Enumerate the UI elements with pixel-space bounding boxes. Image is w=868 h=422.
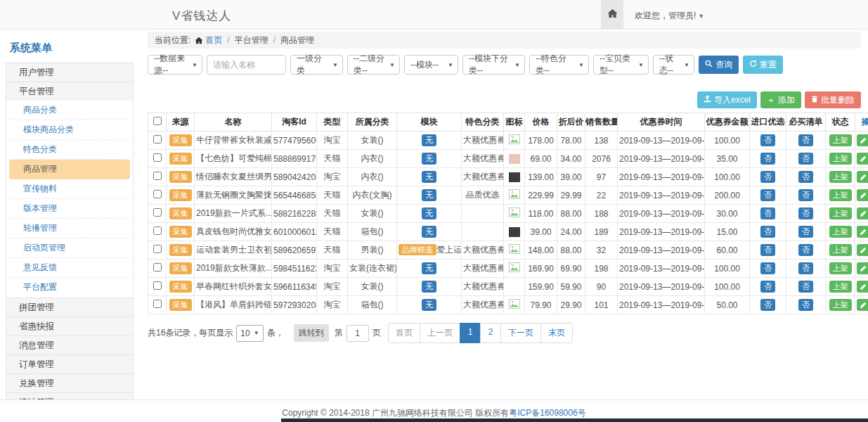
status-badge[interactable]: 上架 (829, 207, 852, 219)
name-search-input[interactable] (207, 55, 286, 75)
breadcrumb-item: 商品管理 (280, 34, 314, 46)
filter-select-2[interactable]: 一级分类▼ (290, 55, 343, 75)
add-button[interactable]: ＋ 添加 (760, 91, 801, 108)
must-buy-badge[interactable]: 否 (798, 207, 813, 219)
batch-delete-button[interactable]: 批量删除 (805, 91, 861, 108)
status-badge[interactable]: 上架 (829, 189, 852, 200)
filter-select-7[interactable]: --宝贝类型--▼ (593, 55, 649, 75)
filter-select-6[interactable]: --特色分类--▼ (529, 55, 589, 75)
import-select-badge[interactable]: 否 (760, 262, 775, 274)
edit-button[interactable] (857, 134, 868, 146)
image-placeholder-icon (509, 210, 520, 219)
must-buy-badge[interactable]: 否 (798, 226, 813, 237)
sidebar-group-平台管理[interactable]: 平台管理 (6, 82, 134, 101)
row-checkbox[interactable] (153, 208, 162, 217)
must-buy-badge[interactable]: 否 (798, 262, 813, 274)
user-menu[interactable]: 欢迎您，管理员!▼ (635, 10, 704, 22)
jump-to-button[interactable]: 跳转到 (294, 324, 329, 342)
status-badge[interactable]: 上架 (829, 226, 852, 237)
main-content: 当前位置: 首页 / 平台管理 / 商品管理 --数据来源--▼一级分类▼--二… (148, 32, 861, 343)
import-select-badge[interactable]: 否 (760, 281, 775, 292)
edit-button[interactable] (857, 171, 868, 183)
edit-button[interactable] (857, 226, 868, 238)
edit-button[interactable] (857, 281, 868, 293)
filter-select-1[interactable]: --数据来源--▼ (148, 55, 202, 75)
sidebar-group-拼团管理[interactable]: 拼团管理 (6, 298, 134, 317)
edit-button[interactable] (857, 189, 868, 201)
sidebar-item-轮播管理[interactable]: 轮播管理 (9, 219, 130, 238)
status-badge[interactable]: 上架 (829, 244, 852, 255)
sidebar-item-商品管理[interactable]: 商品管理 (9, 160, 130, 179)
row-checkbox[interactable] (153, 263, 162, 271)
row-checkbox[interactable] (153, 300, 162, 308)
row-checkbox[interactable] (153, 172, 162, 180)
row-checkbox[interactable] (153, 245, 162, 253)
row-checkbox[interactable] (153, 153, 162, 162)
filter-select-8[interactable]: --状态--▼ (653, 55, 694, 75)
status-badge[interactable]: 上架 (829, 134, 852, 146)
row-checkbox[interactable] (153, 281, 162, 290)
import-select-badge[interactable]: 否 (760, 226, 775, 237)
reset-button[interactable]: 重置 (743, 56, 783, 74)
sidebar-item-版本管理[interactable]: 版本管理 (9, 199, 130, 219)
module-cell: 无 (397, 150, 462, 168)
header-home-button[interactable] (601, 0, 623, 29)
sidebar-group-订单管理[interactable]: 订单管理 (6, 354, 134, 374)
edit-button[interactable] (857, 207, 868, 219)
row-checkbox[interactable] (153, 135, 162, 143)
must-buy-badge[interactable]: 否 (798, 171, 813, 182)
pager-1[interactable]: 1 (460, 323, 481, 343)
sidebar-item-平台配置[interactable]: 平台配置 (9, 278, 130, 298)
sidebar-item-特色分类[interactable]: 特色分类 (9, 140, 130, 160)
edit-button[interactable] (857, 299, 868, 311)
must-buy-badge[interactable]: 否 (798, 244, 813, 255)
pager-末页[interactable]: 末页 (540, 323, 573, 343)
import-select-badge[interactable]: 否 (760, 299, 775, 310)
import-select-badge[interactable]: 否 (760, 244, 775, 255)
must-buy-badge[interactable]: 否 (798, 281, 813, 292)
status-badge[interactable]: 上架 (829, 281, 852, 292)
row-checkbox[interactable] (153, 226, 162, 235)
status-badge[interactable]: 上架 (829, 153, 852, 164)
must-buy-badge[interactable]: 否 (798, 299, 813, 310)
status-badge[interactable]: 上架 (829, 171, 852, 182)
sidebar-group-省惠快报[interactable]: 省惠快报 (6, 316, 134, 336)
pager-上一页[interactable]: 上一页 (420, 323, 460, 343)
import-excel-button[interactable]: 导入excel (697, 91, 757, 108)
sidebar-item-模块商品分类[interactable]: 模块商品分类 (9, 120, 130, 140)
must-buy-badge[interactable]: 否 (798, 134, 813, 146)
status-badge[interactable]: 上架 (829, 299, 852, 310)
row-checkbox[interactable] (153, 190, 162, 198)
page-number-input[interactable] (346, 325, 369, 342)
import-select-badge[interactable]: 否 (760, 153, 775, 164)
sidebar-group-消息管理[interactable]: 消息管理 (6, 335, 134, 355)
sidebar-item-启动页管理[interactable]: 启动页管理 (9, 238, 130, 258)
pager-下一页[interactable]: 下一页 (500, 323, 541, 343)
import-select-badge[interactable]: 否 (760, 134, 775, 146)
chevron-down-icon: ▼ (448, 62, 453, 68)
breadcrumb-home-link[interactable]: 首页 (205, 34, 222, 46)
filter-select-3[interactable]: --二级分类--▼ (347, 55, 400, 75)
sidebar-item-商品分类[interactable]: 商品分类 (9, 101, 130, 120)
import-select-badge[interactable]: 否 (760, 207, 775, 219)
search-button[interactable]: 查询 (699, 56, 739, 74)
must-buy-badge[interactable]: 否 (798, 189, 813, 200)
icp-link[interactable]: 粤ICP备16098006号 (509, 408, 585, 418)
edit-button[interactable] (857, 244, 868, 256)
pager-首页[interactable]: 首页 (388, 323, 420, 343)
select-all-checkbox[interactable] (153, 117, 162, 125)
import-select-badge[interactable]: 否 (760, 189, 775, 200)
status-badge[interactable]: 上架 (829, 262, 852, 274)
filter-select-5[interactable]: --模块下分类--▼ (462, 55, 525, 75)
pager-2[interactable]: 2 (480, 323, 501, 343)
sidebar-item-意见反馈[interactable]: 意见反馈 (9, 258, 130, 278)
filter-select-4[interactable]: --模块--▼ (404, 55, 458, 75)
sidebar-group-兑换管理[interactable]: 兑换管理 (6, 373, 134, 393)
must-buy-badge[interactable]: 否 (798, 153, 813, 164)
per-page-select[interactable]: 10▼ (236, 325, 263, 342)
edit-button[interactable] (857, 262, 868, 274)
sidebar-group-用户管理[interactable]: 用户管理 (6, 63, 134, 82)
edit-button[interactable] (857, 153, 868, 165)
sidebar-item-宣传物料[interactable]: 宣传物料 (9, 179, 130, 199)
import-select-badge[interactable]: 否 (760, 171, 775, 182)
